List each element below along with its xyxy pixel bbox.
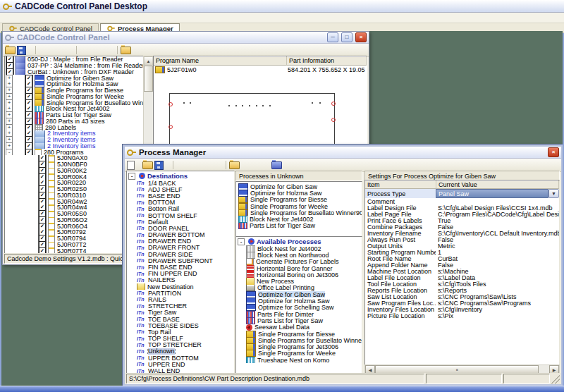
destination-item[interactable]: DRAWER SUBFRONT: [127, 257, 234, 264]
available-process-item[interactable]: Block Nest for Jet4002: [236, 245, 362, 252]
toolbar-icon[interactable]: [133, 45, 143, 55]
tree-item[interactable]: + ✓ Optimize for Holzma Saw: [5, 81, 144, 87]
available-process-item[interactable]: Parts List for Tiger Saw: [236, 317, 362, 324]
toolbar-icon[interactable]: [253, 160, 258, 170]
destination-item[interactable]: DRAWER END: [127, 238, 234, 245]
tree-item[interactable]: ✓ 050-DJ : Maple : from File Reader: [5, 56, 144, 63]
checkbox[interactable]: ✓: [39, 242, 46, 248]
checkbox[interactable]: ✓: [39, 211, 46, 217]
available-process-item[interactable]: Seesaw Label Data: [236, 324, 362, 331]
destination-item[interactable]: Top Rail: [127, 329, 234, 335]
expander-icon[interactable]: +: [6, 124, 13, 130]
toolbar-icon[interactable]: [247, 45, 258, 55]
toolbar-icon[interactable]: [163, 45, 168, 55]
toolbar-icon[interactable]: [92, 45, 102, 55]
toolbar-icon[interactable]: [169, 45, 180, 55]
toolbar-icon[interactable]: [308, 45, 319, 55]
toolbar-icon[interactable]: [266, 45, 276, 55]
main-title-bar[interactable]: CADCode Control Panel Desktop: [0, 0, 564, 13]
checkbox[interactable]: ✓: [39, 235, 46, 242]
available-process-item[interactable]: Horizontal Bore for Ganner: [236, 265, 362, 271]
toolbar-icon[interactable]: [27, 45, 32, 55]
checkbox[interactable]: ✓: [39, 223, 46, 229]
close-button[interactable]: ×: [355, 32, 367, 42]
destination-item[interactable]: Unknown: [127, 348, 234, 355]
column-part-information[interactable]: Part Information: [287, 56, 367, 66]
destination-item[interactable]: UPPER END: [127, 361, 234, 367]
available-process-item[interactable]: Block Nest on Northwood: [236, 252, 362, 258]
tree-item[interactable]: + ✓ 280 Labels: [5, 124, 144, 130]
checkbox[interactable]: ✓: [6, 63, 13, 69]
checkbox[interactable]: ✓: [39, 192, 46, 199]
column-current-value[interactable]: Current Value: [436, 180, 559, 189]
toolbar-icon[interactable]: [151, 45, 161, 55]
checkbox[interactable]: ✓: [39, 173, 46, 180]
expander-icon[interactable]: +: [6, 137, 13, 143]
close-button[interactable]: ×: [548, 147, 559, 157]
available-process-item[interactable]: Optimize for Schelling Saw: [236, 305, 362, 311]
toolbar-icon[interactable]: [35, 46, 36, 54]
destination-item[interactable]: New Destination: [127, 283, 234, 290]
maximize-button[interactable]: □: [341, 32, 352, 42]
checkbox[interactable]: ✓: [25, 112, 32, 118]
destination-item[interactable]: TOP STRETCHER: [127, 342, 234, 348]
destination-item[interactable]: DOOR PANEL: [127, 225, 234, 231]
checkbox[interactable]: ✓: [25, 81, 32, 87]
checkbox[interactable]: ✓: [39, 217, 46, 223]
destination-item[interactable]: Default: [127, 219, 234, 225]
toolbar-icon[interactable]: [104, 45, 114, 55]
tree-item[interactable]: ✓ CurBat : Unknown : from DXF Reader: [5, 69, 144, 75]
toolbar-icon[interactable]: [235, 45, 246, 55]
process-item[interactable]: Optimize for Giben Saw: [236, 183, 362, 190]
checkbox[interactable]: ✓: [25, 124, 32, 130]
expander-icon[interactable]: +: [6, 106, 13, 112]
available-process-item[interactable]: Optimize for Holzma Saw: [236, 298, 362, 304]
toolbar-icon[interactable]: [193, 45, 204, 55]
pm-title-bar[interactable]: Process Manager ×: [125, 147, 561, 159]
available-process-item[interactable]: Optimize for Giben Saw: [236, 291, 362, 298]
tree-item[interactable]: + ✓ Parts List for Tiger Saw: [5, 112, 144, 118]
toolbar-icon[interactable]: [200, 160, 211, 170]
tree-item[interactable]: + ✓ 2 Inventory items: [5, 137, 144, 143]
setting-row[interactable]: Picture File Location s:\Pix: [365, 312, 559, 319]
destination-item[interactable]: TOEBASE SIDES: [127, 322, 234, 329]
toolbar-icon[interactable]: [181, 45, 192, 55]
toolbar-icon[interactable]: [80, 45, 90, 55]
tree-item[interactable]: + ✓ Single Programs for Busellato Winner…: [5, 99, 144, 106]
checkbox[interactable]: ✓: [39, 155, 46, 161]
toolbar-icon[interactable]: [241, 160, 252, 170]
toolbar-icon[interactable]: [121, 47, 131, 54]
toolbar-icon[interactable]: [259, 45, 264, 55]
checkbox[interactable]: ✓: [25, 99, 32, 106]
checkbox[interactable]: ✓: [25, 118, 32, 125]
tree-item[interactable]: + ✓ 2 Inventory items: [5, 130, 144, 137]
available-process-item[interactable]: Single Programs for Jet3006: [236, 343, 362, 350]
checkbox[interactable]: ✓: [25, 106, 32, 112]
column-item[interactable]: Item: [365, 180, 436, 189]
expander-icon[interactable]: -: [238, 238, 245, 245]
toolbar-icon[interactable]: [290, 45, 300, 55]
process-item[interactable]: Single Programs for Weeke: [236, 203, 362, 209]
checkbox[interactable]: ✓: [39, 204, 46, 211]
destination-item[interactable]: PARTITION: [127, 290, 234, 296]
toolbar-icon[interactable]: [145, 45, 149, 55]
expander-icon[interactable]: +: [6, 112, 13, 118]
toolbar-icon[interactable]: [154, 161, 164, 170]
process-item[interactable]: Optimize for Holzma Saw: [236, 190, 362, 196]
destination-item[interactable]: BASE END: [127, 192, 234, 199]
tree-item[interactable]: + ✓ Single Programs for Weeke: [5, 94, 144, 100]
toolbar-icon[interactable]: [51, 45, 61, 55]
tree-item[interactable]: + ✓ Block Nest for Jet4002: [5, 106, 144, 112]
scroll-up-icon[interactable]: ▲: [144, 56, 153, 66]
toolbar-icon[interactable]: [39, 45, 49, 55]
expander-icon[interactable]: +: [6, 99, 13, 106]
cadcode-title-bar[interactable]: CADCode Control Panel ─ □ ×: [3, 32, 369, 44]
available-process-item[interactable]: Single Programs for Biesse: [236, 331, 362, 337]
destination-item[interactable]: ADJ SHELF: [127, 186, 234, 192]
checkbox[interactable]: ✓: [25, 75, 32, 81]
destinations-root[interactable]: - Destinations: [127, 171, 234, 180]
expander-icon[interactable]: +: [6, 81, 13, 87]
checkbox[interactable]: ✓: [39, 229, 46, 235]
minimize-button[interactable]: ─: [327, 32, 338, 42]
expander-icon[interactable]: +: [6, 75, 13, 81]
